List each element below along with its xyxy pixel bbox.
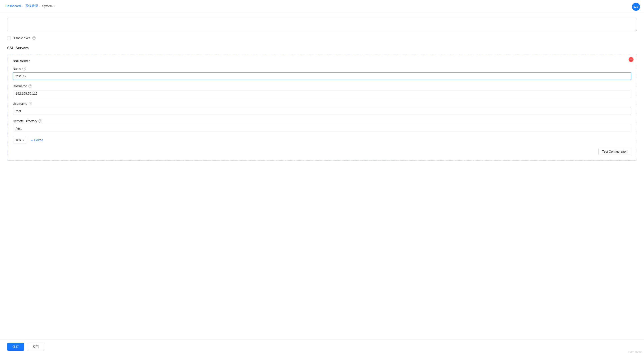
username-label: Username (13, 102, 27, 106)
bottom-action-bar: 保存 应用 (0, 340, 644, 354)
breadcrumb-system: System (42, 4, 53, 8)
ssh-server-subtitle: SSH Server (13, 59, 631, 63)
copyright-text: ©SPN @2024 (628, 351, 642, 353)
name-label: Name (13, 67, 21, 70)
username-form-group: Username ? (13, 102, 631, 115)
test-config-row: Test Configuration (13, 148, 631, 155)
ssh-server-card: × SSH Server Name ? Hostname ? (7, 54, 637, 161)
advanced-button[interactable]: 高级 ∨ (13, 137, 27, 144)
edited-text: Edited (34, 138, 43, 142)
test-config-button[interactable]: Test Configuration (598, 148, 631, 155)
pencil-icon: ✏ (31, 138, 33, 142)
ssh-servers-title: SSH Servers (7, 46, 637, 50)
breadcrumb-sep-1: › (22, 4, 24, 8)
top-textarea[interactable] (7, 18, 637, 31)
breadcrumb: Dashboard › 系统管理 › System › (0, 0, 644, 12)
username-input[interactable] (13, 107, 631, 115)
edited-label-row[interactable]: ✏ Edited (31, 138, 43, 142)
hostname-input[interactable] (13, 90, 631, 97)
ssh-servers-section: SSH Servers × SSH Server Name ? (7, 46, 637, 161)
hostname-help-icon[interactable]: ? (28, 84, 32, 88)
remote-dir-input[interactable] (13, 125, 631, 132)
name-form-group: Name ? (13, 67, 631, 80)
remote-dir-help-icon[interactable]: ? (38, 119, 42, 123)
breadcrumb-sep-3: › (54, 4, 55, 8)
advanced-row: 高级 ∨ ✏ Edited (13, 137, 631, 144)
save-button[interactable]: 保存 (7, 343, 24, 351)
avatar[interactable]: S2M (632, 3, 640, 11)
disable-exec-label: Disable exec (12, 36, 30, 40)
ssh-server-close-button[interactable]: × (628, 57, 634, 62)
hostname-form-group: Hostname ? (13, 84, 631, 97)
hostname-label: Hostname (13, 84, 27, 88)
name-help-icon[interactable]: ? (22, 67, 26, 70)
disable-exec-checkbox[interactable] (7, 36, 11, 40)
chevron-down-icon: ∨ (22, 139, 24, 142)
apply-button[interactable]: 应用 (27, 343, 44, 351)
breadcrumb-dashboard[interactable]: Dashboard (5, 4, 21, 8)
breadcrumb-sep-2: › (40, 4, 40, 8)
disable-exec-help-icon[interactable]: ? (32, 36, 36, 40)
advanced-button-label: 高级 (16, 138, 22, 142)
name-input[interactable] (13, 72, 631, 80)
remote-dir-form-group: Remote Directory ? (13, 119, 631, 132)
breadcrumb-system-mgmt[interactable]: 系统管理 (25, 4, 38, 8)
username-help-icon[interactable]: ? (29, 102, 32, 106)
remote-dir-label: Remote Directory (13, 119, 37, 123)
